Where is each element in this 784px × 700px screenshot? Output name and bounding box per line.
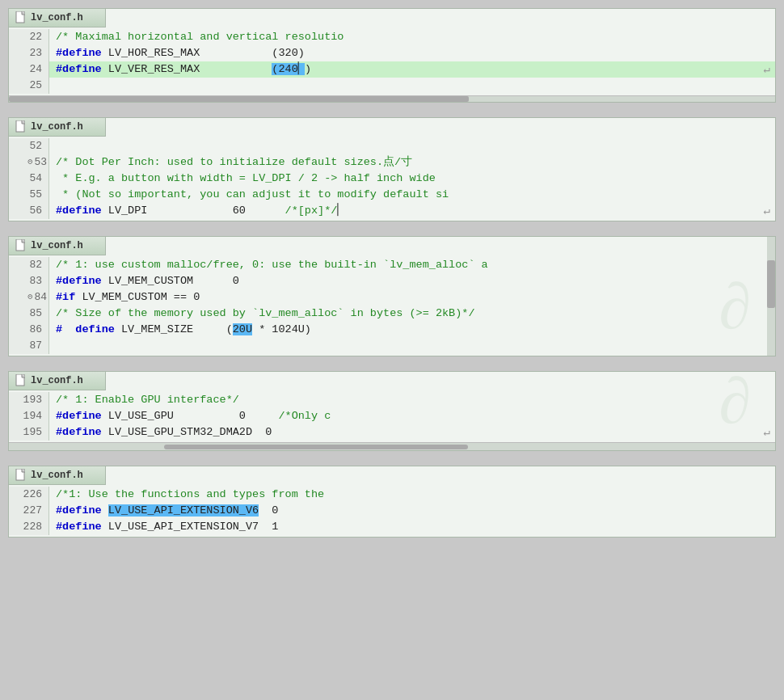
code-line-54: 54 * E.g. a button with width = LV_DPI /… [9, 171, 775, 187]
code-line-194: 194 #define LV_USE_GPU 0 /*Only c [9, 408, 775, 424]
line-content-25 [49, 78, 775, 94]
panel-title-5: lv_conf.h [9, 466, 106, 485]
line-num-25: 25 [9, 78, 49, 94]
scrollbar-v-3[interactable] [767, 237, 775, 356]
line-num-227: 227 [9, 503, 49, 519]
line-num-228: 228 [9, 519, 49, 535]
line-num-52: 52 [9, 138, 49, 154]
line-content-195: #define LV_USE_GPU_STM32_DMA2D 0 [49, 424, 775, 441]
line-content-56: #define LV_DPI 60 /*[px]*/▏ [49, 203, 775, 219]
return-arrow-2: ↵ [764, 203, 770, 219]
code-line-56: 56 #define LV_DPI 60 /*[px]*/▏ ↵ [9, 203, 775, 219]
scrollbar-h-1[interactable] [9, 95, 775, 102]
file-icon-5 [15, 469, 27, 482]
line-num-23: 23 [9, 45, 49, 61]
code-panel-5: lv_conf.h 226 /*1: Use the functions and… [8, 466, 776, 538]
collapse-icon-53[interactable]: ⊝ [27, 154, 32, 171]
line-content-227: #define LV_USE_API_EXTENSION_V6 0 [49, 503, 775, 519]
panel-filename-5: lv_conf.h [31, 470, 83, 481]
panel-filename-1: lv_conf.h [31, 12, 83, 23]
code-line-84: ⊝ 84 #if LV_MEM_CUSTOM == 0 [9, 289, 767, 306]
code-line-226: 226 /*1: Use the functions and types fro… [9, 487, 775, 503]
line-content-87 [49, 338, 767, 354]
code-lines-2: 52 ⊝ 53 /* Dot Per Inch: used to initial… [9, 137, 775, 221]
line-content-23: #define LV_HOR_RES_MAX (320) [49, 45, 775, 61]
line-content-228: #define LV_USE_API_EXTENSION_V7 1 [49, 519, 775, 535]
scrollbar-thumb-h-4[interactable] [164, 445, 468, 449]
code-line-25: 25 [9, 78, 775, 94]
line-num-53: ⊝ 53 [9, 154, 49, 171]
code-panel-1: lv_conf.h 22 /* Maximal horizontal and v… [8, 8, 776, 103]
line-num-82: 82 [9, 257, 49, 273]
code-line-52: 52 [9, 138, 775, 154]
code-line-86: 86 # define LV_MEM_SIZE (20U * 1024U) [9, 322, 767, 338]
panel-title-3: lv_conf.h [9, 237, 106, 255]
panel-filename-2: lv_conf.h [31, 121, 83, 133]
code-line-23: 23 #define LV_HOR_RES_MAX (320) [9, 45, 775, 61]
line-content-54: * E.g. a button with width = LV_DPI / 2 … [49, 171, 775, 187]
line-num-226: 226 [9, 487, 49, 503]
code-lines-4: 193 /* 1: Enable GPU interface*/ 194 #de… [9, 390, 775, 442]
code-panel-3: lv_conf.h 82 /* 1: use custom malloc/fre… [8, 236, 776, 356]
code-line-85: 85 /* Size of the memory used by `lv_mem… [9, 306, 767, 322]
line-num-86: 86 [9, 322, 49, 338]
code-line-53: ⊝ 53 /* Dot Per Inch: used to initialize… [9, 154, 775, 171]
collapse-icon-84[interactable]: ⊝ [27, 289, 32, 306]
line-content-83: #define LV_MEM_CUSTOM 0 [49, 273, 767, 289]
line-num-24: 24 [9, 61, 49, 78]
line-content-24: #define LV_VER_RES_MAX (240▏) [49, 61, 775, 78]
scrollbar-h-4[interactable] [9, 442, 775, 450]
line-num-87: 87 [9, 338, 49, 354]
return-arrow-1: ↵ [764, 61, 770, 78]
panel-title-4: lv_conf.h [9, 372, 106, 390]
code-line-87: 87 [9, 338, 767, 354]
file-icon-1 [15, 11, 27, 24]
code-line-83: 83 #define LV_MEM_CUSTOM 0 [9, 273, 767, 289]
line-num-194: 194 [9, 408, 49, 424]
panel-title-1: lv_conf.h [9, 9, 106, 27]
line-content-52 [49, 138, 775, 154]
code-line-227: 227 #define LV_USE_API_EXTENSION_V6 0 [9, 503, 775, 519]
code-lines-3: 82 /* 1: use custom malloc/free, 0: use … [9, 255, 775, 356]
scrollbar-thumb-h-1[interactable] [9, 96, 469, 102]
code-lines-1: 22 /* Maximal horizontal and vertical re… [9, 27, 775, 95]
line-num-193: 193 [9, 392, 49, 408]
line-num-85: 85 [9, 306, 49, 322]
line-content-194: #define LV_USE_GPU 0 /*Only c [49, 408, 775, 424]
code-line-55: 55 * (Not so important, you can adjust i… [9, 187, 775, 203]
code-panel-4: lv_conf.h 193 /* 1: Enable GPU interface… [8, 371, 776, 451]
line-content-226: /*1: Use the functions and types from th… [49, 487, 775, 503]
code-lines-5: 226 /*1: Use the functions and types fro… [9, 485, 775, 537]
return-arrow-4: ↵ [764, 424, 770, 441]
code-line-228: 228 #define LV_USE_API_EXTENSION_V7 1 [9, 519, 775, 535]
line-content-82: /* 1: use custom malloc/free, 0: use the… [49, 257, 767, 273]
line-content-22: /* Maximal horizontal and vertical resol… [49, 29, 775, 45]
line-content-86: # define LV_MEM_SIZE (20U * 1024U) [49, 322, 767, 338]
line-content-85: /* Size of the memory used by `lv_mem_al… [49, 306, 767, 322]
scrollbar-v-thumb-3[interactable] [767, 260, 775, 308]
line-num-54: 54 [9, 171, 49, 187]
code-line-195: 195 #define LV_USE_GPU_STM32_DMA2D 0 ↵ [9, 424, 775, 441]
line-num-83: 83 [9, 273, 49, 289]
panel-title-2: lv_conf.h [9, 118, 106, 137]
line-content-55: * (Not so important, you can adjust it t… [49, 187, 775, 203]
code-line-193: 193 /* 1: Enable GPU interface*/ [9, 392, 775, 408]
line-num-55: 55 [9, 187, 49, 203]
code-line-22: 22 /* Maximal horizontal and vertical re… [9, 29, 775, 45]
line-content-84: #if LV_MEM_CUSTOM == 0 [49, 289, 767, 306]
file-icon-3 [15, 239, 27, 252]
file-icon-2 [15, 120, 27, 133]
code-line-82: 82 /* 1: use custom malloc/free, 0: use … [9, 257, 767, 273]
line-content-193: /* 1: Enable GPU interface*/ [49, 392, 775, 408]
line-content-53: /* Dot Per Inch: used to initialize defa… [49, 154, 775, 171]
line-num-84: ⊝ 84 [9, 289, 49, 306]
line-num-22: 22 [9, 29, 49, 45]
panel-filename-3: lv_conf.h [31, 240, 83, 251]
line-num-56: 56 [9, 203, 49, 219]
code-panel-2: lv_conf.h 52 ⊝ 53 /* Dot Per Inch: used … [8, 117, 776, 221]
file-icon-4 [15, 374, 27, 387]
line-num-195: 195 [9, 424, 49, 441]
panel-filename-4: lv_conf.h [31, 375, 83, 386]
code-line-24: 24 #define LV_VER_RES_MAX (240▏) ↵ [9, 61, 775, 78]
